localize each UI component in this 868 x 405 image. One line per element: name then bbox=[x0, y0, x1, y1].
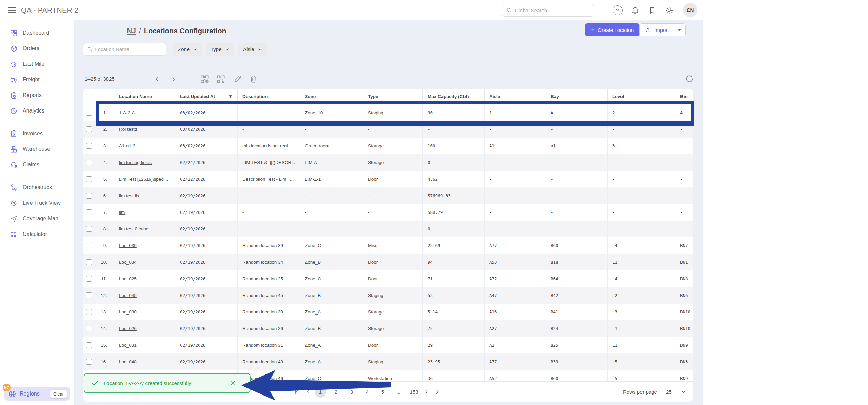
page-number[interactable]: 1 bbox=[315, 386, 326, 398]
row-checkbox[interactable] bbox=[86, 259, 92, 265]
settings-icon[interactable] bbox=[663, 4, 675, 16]
table-cell: Loc_026 bbox=[114, 320, 175, 337]
qr-download-icon[interactable] bbox=[215, 73, 226, 85]
page-number[interactable]: 5 bbox=[377, 386, 389, 398]
notifications-icon[interactable] bbox=[629, 4, 641, 16]
location-link[interactable]: lim testing fields bbox=[119, 160, 152, 165]
row-checkbox[interactable] bbox=[86, 110, 92, 116]
sidebar-item-last-mile[interactable]: Last Mile bbox=[0, 56, 74, 72]
page-number[interactable]: 4 bbox=[361, 386, 373, 398]
location-link[interactable]: Loc_045 bbox=[119, 293, 137, 298]
type-filter[interactable]: Type bbox=[206, 43, 234, 56]
sidebar-item-analytics[interactable]: Analytics bbox=[0, 103, 74, 119]
sidebar-item-freight[interactable]: Freight bbox=[0, 72, 74, 87]
location-link[interactable]: Loc_026 bbox=[119, 326, 137, 331]
row-checkbox[interactable] bbox=[86, 226, 92, 232]
sidebar-item-claims[interactable]: Claims bbox=[0, 157, 74, 173]
refresh-icon[interactable] bbox=[684, 73, 695, 84]
cell-text: B64 bbox=[551, 276, 558, 281]
regions-selector[interactable]: Regions Clear bbox=[4, 387, 70, 401]
next-page-icon[interactable] bbox=[168, 74, 178, 84]
sidebar-item-live-truck-view[interactable]: Live Truck View bbox=[0, 195, 74, 211]
check-icon bbox=[91, 380, 99, 387]
location-link[interactable]: Roi testtt bbox=[119, 127, 137, 132]
create-location-button[interactable]: + Create Location bbox=[585, 23, 640, 36]
location-link[interactable]: lim bbox=[119, 210, 125, 215]
table-cell: Random location 45 bbox=[238, 287, 300, 304]
sidebar-item-calculator[interactable]: Calculator bbox=[0, 226, 74, 242]
help-icon[interactable]: ? bbox=[612, 4, 623, 16]
location-link[interactable]: 1-A-2-A bbox=[119, 110, 135, 115]
sidebar-item-dashboard[interactable]: Dashboard bbox=[0, 25, 74, 41]
next-page-icon[interactable] bbox=[421, 387, 431, 397]
zone-filter[interactable]: Zone bbox=[173, 43, 202, 56]
table-cell: 6. bbox=[95, 187, 114, 204]
table-cell: A bbox=[675, 104, 693, 121]
sort-desc-icon[interactable]: ▼ bbox=[228, 94, 233, 99]
sidebar-item-warehouse[interactable]: Warehouse bbox=[0, 141, 74, 157]
sidebar-item-invoices[interactable]: Invoices bbox=[0, 126, 74, 141]
import-dropdown-button[interactable] bbox=[674, 24, 685, 36]
aisle-filter[interactable]: Aisle bbox=[238, 43, 267, 56]
row-checkbox[interactable] bbox=[86, 176, 92, 182]
location-link[interactable]: lim test 0 cube bbox=[119, 226, 149, 231]
location-link[interactable]: Loc_039 bbox=[119, 243, 137, 248]
edit-icon[interactable] bbox=[232, 73, 243, 85]
row-checkbox[interactable] bbox=[86, 342, 92, 348]
row-checkbox[interactable] bbox=[86, 326, 92, 331]
global-search-input[interactable] bbox=[515, 7, 590, 13]
row-checkbox[interactable] bbox=[86, 292, 92, 298]
cell-text: - bbox=[551, 127, 553, 132]
global-search[interactable] bbox=[502, 4, 594, 17]
avatar[interactable]: CN bbox=[683, 3, 697, 17]
close-icon[interactable] bbox=[230, 380, 236, 386]
row-checkbox[interactable] bbox=[86, 359, 92, 365]
last-page-icon[interactable] bbox=[433, 387, 443, 397]
chevron-down-icon[interactable] bbox=[680, 389, 686, 394]
table-row: 9.Loc_03902/19/2026Random location 39Zon… bbox=[83, 237, 693, 254]
sidebar-item-reports[interactable]: Reports bbox=[0, 87, 74, 103]
menu-icon[interactable] bbox=[8, 7, 16, 13]
delete-icon[interactable] bbox=[248, 73, 259, 85]
sidebar-item-orchestruck[interactable]: Orchestruck bbox=[0, 180, 74, 195]
first-page-icon[interactable] bbox=[292, 387, 302, 397]
location-link[interactable]: Loc_034 bbox=[119, 260, 137, 265]
location-link[interactable]: Loc_031 bbox=[119, 343, 137, 348]
header-cell: Last Updated At ▼ bbox=[175, 89, 238, 104]
row-checkbox[interactable] bbox=[86, 309, 92, 315]
row-checkbox[interactable] bbox=[86, 126, 92, 132]
breadcrumb-region-link[interactable]: NJ bbox=[127, 27, 136, 35]
sidebar-item-label: Calculator bbox=[23, 231, 47, 237]
location-name-filter[interactable] bbox=[83, 43, 166, 56]
select-all-checkbox[interactable] bbox=[86, 94, 92, 99]
row-checkbox[interactable] bbox=[86, 276, 92, 282]
prev-page-icon[interactable] bbox=[152, 74, 162, 84]
table-cell: lim bbox=[114, 204, 175, 221]
import-button[interactable]: Import bbox=[639, 23, 686, 36]
location-link[interactable]: Lim Test [12619]\speci... bbox=[119, 177, 168, 182]
row-checkbox[interactable] bbox=[86, 243, 92, 248]
location-link[interactable]: Loc_025 bbox=[119, 276, 137, 281]
row-checkbox[interactable] bbox=[86, 193, 92, 199]
page-number[interactable]: 153 bbox=[408, 386, 420, 398]
cell-text: Random location 45 bbox=[242, 293, 283, 298]
sidebar-item-orders[interactable]: Orders bbox=[0, 41, 74, 56]
row-checkbox[interactable] bbox=[86, 209, 92, 215]
location-link[interactable]: Loc_048 bbox=[119, 359, 137, 364]
regions-clear-button[interactable]: Clear bbox=[50, 390, 67, 398]
location-link[interactable]: lim test fix bbox=[119, 193, 139, 198]
cell-text: 02/19/2026 bbox=[180, 326, 205, 331]
page-number[interactable]: 3 bbox=[346, 386, 357, 398]
prev-page-icon[interactable] bbox=[303, 387, 313, 397]
row-checkbox[interactable] bbox=[86, 143, 92, 149]
location-link[interactable]: Loc_030 bbox=[119, 309, 137, 315]
cell-text: - bbox=[489, 226, 492, 231]
table-cell: - bbox=[675, 204, 693, 221]
page-number[interactable]: 2 bbox=[330, 386, 342, 398]
sidebar-item-coverage-map[interactable]: Coverage Map bbox=[0, 211, 74, 226]
bookmark-icon[interactable] bbox=[646, 4, 658, 16]
location-name-input[interactable] bbox=[95, 46, 162, 52]
qr-view-icon[interactable] bbox=[199, 73, 210, 85]
location-link[interactable]: A1-a1-3 bbox=[119, 143, 135, 148]
row-checkbox[interactable] bbox=[86, 160, 92, 165]
